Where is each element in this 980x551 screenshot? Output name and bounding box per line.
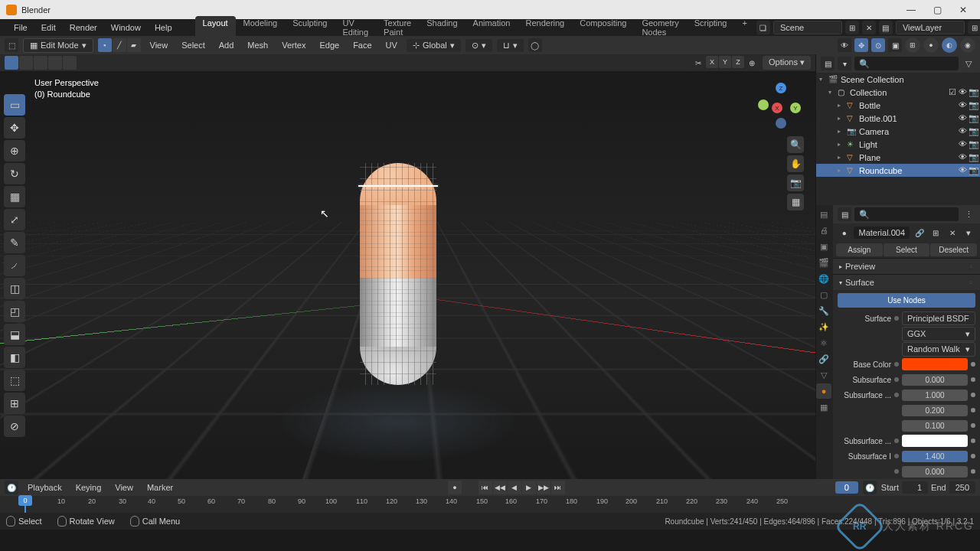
select-button[interactable]: Select: [884, 243, 930, 256]
gizmo-y[interactable]: Y: [790, 103, 801, 113]
options-dropdown[interactable]: Options ▾: [763, 56, 811, 70]
assign-button[interactable]: Assign: [836, 243, 883, 256]
render-icon[interactable]: 📷: [969, 100, 978, 110]
preview-range-icon[interactable]: 🕐: [863, 481, 877, 494]
subsurface-value[interactable]: 0.000: [902, 374, 968, 386]
gizmo-toggle[interactable]: ✥: [854, 38, 868, 52]
sel-mode-4[interactable]: [48, 56, 62, 70]
tool-spin[interactable]: ⊘: [4, 416, 25, 437]
render-icon[interactable]: 📷: [969, 113, 978, 123]
gizmo-z[interactable]: Z: [776, 83, 786, 93]
deselect-button[interactable]: Deselect: [930, 243, 977, 256]
current-frame-field[interactable]: 0: [835, 481, 858, 494]
eye-icon[interactable]: 👁: [958, 165, 968, 175]
browse-scene-icon[interactable]: ❏: [756, 21, 770, 34]
keyframe-dot-icon[interactable]: [971, 423, 975, 428]
ws-tab-add[interactable]: +: [734, 16, 754, 39]
outliner-collection[interactable]: ▾▢ Collection ☑👁📷: [816, 86, 980, 99]
menu-select[interactable]: Select: [177, 39, 210, 51]
keyframe-dot-icon[interactable]: [971, 362, 975, 367]
node-socket-icon[interactable]: [894, 316, 899, 321]
jump-start-button[interactable]: ⏮: [479, 481, 492, 494]
tool-knife[interactable]: ⬚: [4, 370, 25, 391]
eye-icon[interactable]: 👁: [958, 100, 968, 110]
surface-shader-dropdown[interactable]: Principled BSDF: [902, 311, 975, 325]
gizmo-neg-z[interactable]: [776, 118, 786, 129]
new-scene-button[interactable]: ⊞: [845, 21, 859, 34]
delete-scene-button[interactable]: ✕: [862, 21, 876, 34]
jump-end-button[interactable]: ⏭: [551, 481, 565, 494]
tool-transform[interactable]: ⤢: [4, 209, 25, 230]
axis-x-toggle[interactable]: X: [706, 56, 718, 68]
browse-layer-icon[interactable]: ▤: [879, 21, 893, 34]
menu-vertex[interactable]: Vertex: [277, 39, 310, 51]
close-button[interactable]: ✕: [952, 3, 974, 17]
render-icon[interactable]: 📷: [969, 139, 978, 149]
auto-merge-icon[interactable]: ⊕: [745, 56, 759, 70]
outliner-item-camera[interactable]: ▸📷Camera👁📷: [816, 125, 980, 138]
shading-matprev[interactable]: ◐: [942, 37, 957, 53]
outliner-mode-icon[interactable]: ▤: [821, 57, 835, 70]
shading-rendered[interactable]: ◉: [960, 37, 975, 53]
distribution-dropdown[interactable]: GGX▾: [902, 327, 975, 341]
ws-tab-animation[interactable]: Animation: [466, 16, 518, 39]
outliner-scene-collection[interactable]: ▾🎬 Scene Collection: [816, 73, 980, 86]
edge-select-mode[interactable]: ╱: [113, 38, 126, 52]
unlink-material-button[interactable]: ✕: [946, 226, 959, 240]
vertex-select-mode[interactable]: ▪: [98, 38, 112, 52]
node-socket-icon[interactable]: [894, 469, 899, 474]
surface-panel-header[interactable]: ▾Surface⠿: [833, 275, 980, 290]
mirror-icon[interactable]: ✂: [691, 56, 705, 70]
props-type-icon[interactable]: ▤: [838, 207, 851, 221]
scene-name-field[interactable]: Scene: [773, 21, 842, 34]
marker-menu[interactable]: Marker: [142, 481, 178, 494]
tool-bevel[interactable]: ⬓: [4, 324, 25, 345]
ws-tab-rendering[interactable]: Rendering: [518, 16, 572, 39]
tool-scale[interactable]: ▦: [4, 186, 25, 207]
tool-annotate[interactable]: ✎: [4, 232, 25, 253]
sel-mode-5[interactable]: [63, 56, 77, 70]
timeline-ruler[interactable]: 1020304050607080901001101201301401501601…: [0, 496, 980, 513]
proportional-edit-toggle[interactable]: ◯: [528, 38, 542, 52]
nav-zoom-icon[interactable]: 🔍: [787, 136, 804, 153]
ws-tab-modeling[interactable]: Modeling: [236, 16, 286, 39]
mesh-visibility-icon[interactable]: 👁: [838, 38, 851, 52]
menu-uv[interactable]: UV: [381, 39, 402, 51]
ws-tab-geonodes[interactable]: Geometry Nodes: [634, 16, 686, 39]
shading-wireframe[interactable]: ⊞: [905, 37, 920, 53]
render-icon[interactable]: 📷: [969, 126, 978, 136]
mode-selector[interactable]: ▦ Edit Mode ▾: [23, 38, 93, 53]
3d-viewport[interactable]: User Perspective (0) Roundcube ▭ ✥ ⊕ ↻ ▦…: [0, 71, 815, 479]
ptab-texture[interactable]: ▦: [816, 399, 831, 415]
tool-inset[interactable]: ◰: [4, 301, 25, 322]
tool-measure[interactable]: ⟋: [4, 255, 25, 276]
eye-icon[interactable]: 👁: [958, 87, 968, 97]
subsurf-radius-r[interactable]: 1.000: [902, 390, 968, 401]
snap-dropdown[interactable]: ⊔▾: [497, 39, 524, 52]
tool-rotate[interactable]: ↻: [4, 163, 25, 184]
autokey-toggle[interactable]: ●: [448, 481, 462, 494]
props-options-icon[interactable]: ⋮: [962, 207, 975, 221]
base-color-swatch[interactable]: [902, 358, 968, 370]
eye-icon[interactable]: 👁: [958, 113, 968, 123]
outliner-item-bottle-001[interactable]: ▸▽Bottle.001👁📷: [816, 112, 980, 125]
subsurf-ior-value[interactable]: 1.400: [902, 451, 968, 462]
prev-key-button[interactable]: ◀◀: [493, 481, 507, 494]
render-icon[interactable]: 📷: [969, 152, 978, 162]
nav-pan-icon[interactable]: ✋: [787, 155, 804, 172]
material-name-field[interactable]: Material.004: [854, 227, 910, 239]
keying-menu[interactable]: Keying: [71, 481, 106, 494]
shading-solid[interactable]: ●: [923, 37, 939, 53]
node-socket-icon[interactable]: [894, 377, 899, 382]
tool-cursor[interactable]: ✥: [4, 117, 25, 139]
ptab-material[interactable]: ●: [816, 383, 831, 399]
ptab-world[interactable]: 🌐: [816, 271, 831, 286]
node-socket-icon[interactable]: [894, 362, 899, 367]
node-socket-icon[interactable]: [894, 393, 899, 397]
use-nodes-button[interactable]: Use Nodes: [838, 293, 975, 308]
ptab-viewlayer[interactable]: ▣: [816, 239, 831, 254]
ws-tab-shading[interactable]: Shading: [419, 16, 465, 39]
keyframe-dot-icon[interactable]: [971, 439, 975, 443]
axis-z-toggle[interactable]: Z: [732, 56, 744, 68]
face-select-mode[interactable]: ▰: [127, 38, 141, 52]
